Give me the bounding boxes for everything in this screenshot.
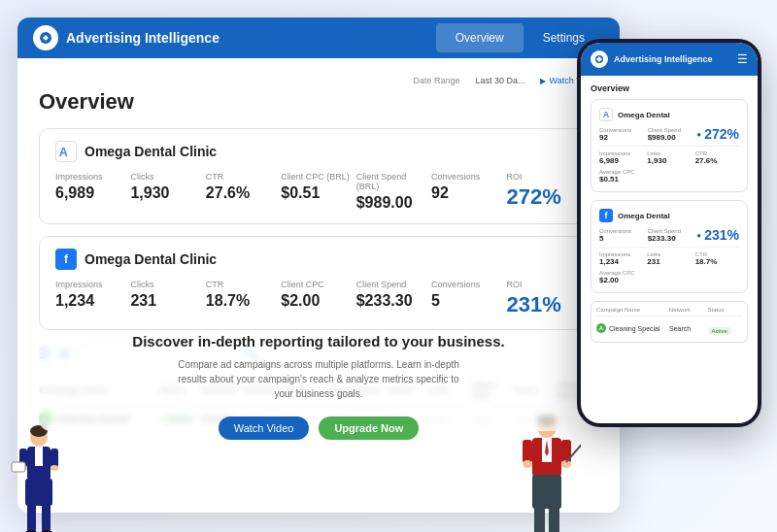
svg-rect-12 [12,462,25,472]
svg-rect-23 [523,440,532,463]
svg-rect-28 [532,475,561,509]
overlay-title: Discover in-depth reporting tailored to … [132,333,504,349]
phone-table-header: Campaign Name Network Status [596,307,742,316]
phone-google-card: A Omega Dental Conversions 92 Client Spe… [591,99,748,192]
facebook-metrics-row: Impressions 1,234 Clicks 231 CTR 18.7% C… [55,280,582,317]
fb-roi: ROI 231% [507,280,582,317]
phone-mockup: Advertising Intelligence ☰ Overview A Om… [577,39,761,427]
phone-google-name: Omega Dental [618,111,670,119]
fb-conversions: Conversions 5 [431,280,506,310]
google-clicks: Clicks 1,930 [130,172,205,202]
phone-screen: Advertising Intelligence ☰ Overview A Om… [581,43,758,423]
google-spend: Client Spend (BRL) $989.00 [356,172,431,212]
svg-rect-13 [25,479,52,506]
nav-tabs: Overview Settings [436,23,604,52]
phone-google-metrics: Impressions 6,989 Links 1,930 CTR 27.6% [599,150,739,165]
date-range-row: Date Range Last 30 Da... Watch Video [39,76,598,85]
svg-rect-7 [35,447,43,466]
facebook-card-header: f Omega Dental Clinic [55,249,582,270]
phone-td-status: Active [708,319,743,337]
fb-cpc: Client CPC $2.00 [281,280,355,310]
google-metrics-row: Impressions 6,989 Clicks 1,930 CTR 27.6%… [55,172,582,212]
phone-menu-icon[interactable]: ☰ [737,52,748,66]
phone-content: Overview A Omega Dental Conversions 92 [581,76,758,350]
phone-section-title: Overview [591,83,748,93]
upgrade-overlay: Discover in-depth reporting tailored to … [39,342,598,431]
fb-clicks: Clicks 231 [130,280,205,310]
phone-facebook-roi-row: Conversions 5 Client Spend $233.30 ● 231… [599,227,739,243]
phone-google-header: A Omega Dental [599,108,739,121]
fb-spend: Client Spend $233.30 [356,280,431,310]
facebook-logo: f [55,249,77,270]
app-logo-icon [33,25,58,50]
phone-campaign-icon: A [596,323,606,333]
phone-facebook-roi: 231% [704,227,739,243]
phone-td-network: Search [669,325,704,332]
scene: Advertising Intelligence Overview Settin… [0,0,777,532]
overlay-text: Compare ad campaigns across multiple pla… [173,357,464,401]
phone-td-campaign: A Cleaning Special [596,323,665,333]
phone-facebook-name: Omega Dental [618,212,670,220]
google-metric-card: A Omega Dental Clinic Impressions 6,989 … [39,128,598,224]
app-title: Advertising Intelligence [66,30,220,46]
google-ctr: CTR 27.6% [206,172,281,202]
phone-th-status: Status [708,307,743,313]
google-card-name: Omega Dental Clinic [84,144,217,159]
date-range-label: Date Range [413,76,459,85]
phone-table-row: A Cleaning Special Search Active [596,319,742,337]
google-card-header: A Omega Dental Clinic [55,141,582,162]
facebook-card-name: Omega Dental Clinic [84,251,217,267]
google-logo: A [55,141,77,162]
figure-left [10,425,68,522]
svg-point-11 [51,465,58,471]
svg-rect-29 [534,505,545,532]
phone-google-roi: 272% [704,126,739,142]
phone-facebook-card: f Omega Dental Conversions 5 Client Spen… [591,200,748,293]
svg-text:A: A [59,146,68,159]
phone-google-logo: A [599,108,613,121]
phone-table: Campaign Name Network Status A Cleaning … [591,301,748,343]
nav-logo: Advertising Intelligence [33,25,426,50]
google-impressions: Impressions 6,989 [55,172,130,202]
svg-rect-15 [42,503,51,532]
tab-overview[interactable]: Overview [436,23,524,52]
nav-bar: Advertising Intelligence Overview Settin… [17,17,620,58]
google-cpc: Client CPC (BRL) $0.51 [281,172,355,202]
phone-facebook-metrics: Impressions 1,234 Links 231 CTR 18.7% [599,251,739,266]
phone-facebook-header: f Omega Dental [599,209,739,222]
content-area: Date Range Last 30 Da... Watch Video Ove… [17,58,620,449]
overlay-watch-video-button[interactable]: Watch Video [219,416,310,440]
svg-rect-14 [27,503,36,532]
date-range-value: Last 30 Da... [475,76,524,85]
phone-facebook-logo: f [599,209,613,222]
figure-right [513,416,581,522]
phone-app-title: Advertising Intelligence [614,54,731,64]
svg-rect-30 [549,505,559,532]
fb-impressions: Impressions 1,234 [55,280,130,310]
phone-nav: Advertising Intelligence ☰ [581,43,758,76]
phone-th-campaign: Campaign Name [596,307,665,313]
phone-th-network: Network [669,307,704,313]
phone-google-roi-row: Conversions 92 Client Spend $989.00 ● 27… [599,126,739,142]
google-conversions: Conversions 92 [431,172,506,202]
facebook-metric-card: f Omega Dental Clinic Impressions 1,234 … [39,236,598,330]
page-title: Overview [39,89,598,115]
svg-point-25 [523,460,532,468]
phone-app-icon [591,50,608,68]
google-roi: ROI 272% [507,172,582,210]
fb-ctr: CTR 18.7% [206,280,281,310]
table-section: ☰ ⊞ 🔍 Campaign Name Status Network Start… [39,342,598,431]
overlay-upgrade-button[interactable]: Upgrade Now [319,416,419,440]
overlay-buttons: Watch Video Upgrade Now [219,416,420,440]
